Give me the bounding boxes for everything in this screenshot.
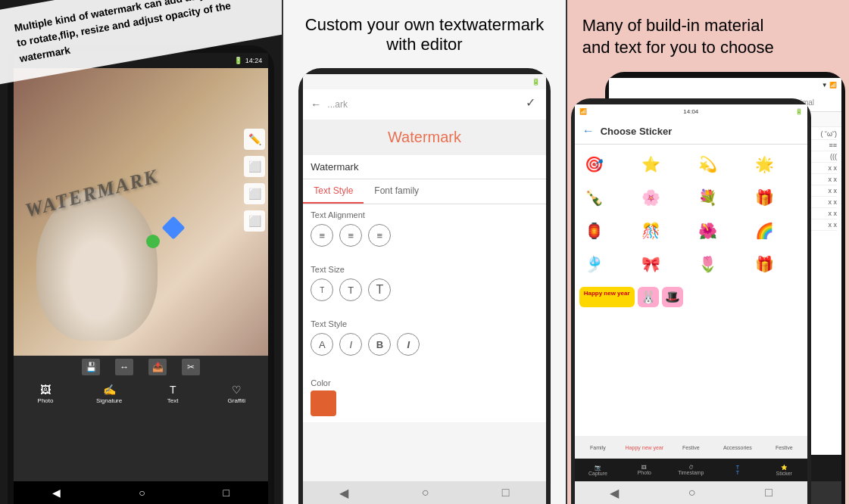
system-nav-bar-1: ◀ ○ □ [14,481,268,504]
sticker-item-9[interactable]: 🏮 [579,216,610,246]
save-button-1[interactable]: 💾 [82,359,100,375]
sticker-item-12[interactable]: 🌈 [749,216,779,246]
festive-label: Festive [682,445,700,450]
watermark-label-text: Watermark [388,129,461,145]
style-bold-italic-button[interactable]: I [397,333,420,356]
wifi-icon-back: ▼ 📶 [822,82,837,89]
tab-photo-1[interactable]: 🖼 Photo [14,384,77,404]
panel-watermark-types: Multiple kind of watermark can add as yo… [0,0,282,504]
tab-signature-1[interactable]: ✍ Signature [77,384,141,404]
phone-screen-2: 🔋 ✓ ← ...ark Watermark Watermark Text St… [303,74,545,504]
accessories-label: Accessories [723,445,752,450]
watermark-title-display: Watermark [303,120,545,155]
style-italic-button[interactable]: I [339,333,362,356]
tab-text-style[interactable]: Text Style [303,179,364,204]
rotate-handle[interactable] [146,235,160,248]
back-nav-button-1[interactable]: ◀ [52,487,61,499]
home-nav-button-1[interactable]: ○ [139,487,145,499]
graffiti-tab-icon: ♡ [232,384,242,396]
text-tab-front[interactable]: T T [714,465,760,475]
tools-panel: ✏️ ⬜ ⬜ ⬜ [244,129,265,232]
recent-nav-front[interactable]: □ [765,486,773,499]
align-right-button[interactable]: ≡ [368,224,391,247]
photo-tab-front[interactable]: 🖼 Photo [621,465,667,475]
scissors-button[interactable]: ✂ [182,359,200,375]
front-phone-screen: 📶 14:04 🔋 ← Choose Sticker 🎯 ⭐ 💫 🌟 🍾 🌸 💐… [575,104,807,504]
sticker-item-13[interactable]: 🎐 [579,249,610,279]
sticker-tab-front[interactable]: ⭐ Sticker [761,465,807,476]
timestamp-tab-front[interactable]: ⏱ Timestamp [668,465,714,475]
confirm-button-2[interactable]: ✓ [526,95,535,110]
label-festive[interactable]: Festive [668,436,714,459]
copy-tool[interactable]: ⬜ [244,156,265,177]
back-nav-button-2[interactable]: ◀ [339,486,348,500]
label-festive-2[interactable]: Festive [761,436,807,459]
back-nav-front[interactable]: ◀ [610,486,619,500]
style-normal-button[interactable]: A [311,333,333,356]
recent-nav-button-1[interactable]: □ [223,487,229,499]
sticker-title: Choose Sticker [601,126,673,137]
emoji-text: x x [828,187,837,194]
sticker-item-11[interactable]: 🌺 [692,216,723,246]
style-icons: A I B I [311,333,538,356]
home-nav-button-2[interactable]: ○ [422,486,429,499]
sticker-icon-front: ⭐ [781,465,788,471]
pink-sticker-1[interactable]: 🐰 [638,287,659,307]
happy-new-year-sticker[interactable]: Happy new year [579,287,635,307]
emoji-text: x x [828,221,837,229]
special-stickers-row: Happy new year 🐰 🎩 [575,284,807,310]
sticker-item-8[interactable]: 🎁 [749,182,779,213]
sticker-item-5[interactable]: 🍾 [579,182,610,213]
label-happy-new-year[interactable]: Happy new year [621,436,667,459]
sticker-item-16[interactable]: 🎁 [749,249,779,279]
recent-nav-button-2[interactable]: □ [502,486,510,499]
export-button-1[interactable]: 📤 [148,359,167,375]
sticker-item-6[interactable]: 🌸 [635,182,666,213]
save-options-row: 💾 ↔ 📤 ✂ [14,356,268,378]
tab-text-1[interactable]: T Text [141,384,204,404]
sticker-item-4[interactable]: 🌟 [749,149,779,179]
phone-frame-2: 🔋 ✓ ← ...ark Watermark Watermark Text St… [298,68,550,504]
front-phone-frame: 📶 14:04 🔋 ← Choose Sticker 🎯 ⭐ 💫 🌟 🍾 🌸 💐… [571,98,811,504]
sticker-item-14[interactable]: 🎀 [635,249,666,279]
capture-tab-front[interactable]: 📷 Capture [575,465,621,476]
back-arrow-2[interactable]: ← [311,98,321,110]
watermark-text-input[interactable]: Watermark [303,155,545,179]
happy-new-year-label: Happy new year [626,445,664,450]
style-bold-button[interactable]: B [368,333,391,356]
label-family[interactable]: Family [575,436,621,459]
sticker-item-2[interactable]: ⭐ [635,149,666,179]
color-picker-button[interactable] [311,390,336,416]
pink-sticker-2[interactable]: 🎩 [662,287,683,307]
bottom-tabs-front: 📷 Capture 🖼 Photo ⏱ Timestamp T T ⭐ [575,459,807,481]
stack-tool[interactable]: ⬜ [244,210,265,232]
share-button-1[interactable]: ↔ [115,359,133,375]
capture-icon-front: 📷 [595,465,601,471]
bottom-nav-tabs-1: 🖼 Photo ✍ Signature T Text ♡ Graffiti [14,378,268,409]
festive-label-2: Festive [776,445,793,450]
back-arrow-sticker[interactable]: ← [582,124,595,138]
sticker-item-3[interactable]: 💫 [692,149,723,179]
align-left-button[interactable]: ≡ [311,224,333,247]
sticker-item-10[interactable]: 🎊 [635,216,666,246]
align-tool[interactable]: ⬜ [244,183,265,204]
sticker-item-1[interactable]: 🎯 [579,149,610,179]
pencil-tool[interactable]: ✏️ [244,129,265,150]
emoji-text: ((( [830,153,837,160]
sticker-item-15[interactable]: 🌷 [692,249,723,279]
text-size-section: Text Size T T T [303,259,545,313]
top-bar-2: ← ...ark [303,89,545,120]
emoji-text: x x [828,210,837,217]
size-small-button[interactable]: T [311,278,333,301]
emoji-text: x x [828,176,837,183]
sticker-item-7[interactable]: 💐 [692,182,723,213]
label-accessories[interactable]: Accessories [714,436,760,459]
align-center-button[interactable]: ≡ [339,224,362,247]
home-nav-front[interactable]: ○ [688,486,696,499]
tab-font-family[interactable]: Font family [364,179,429,204]
size-large-button[interactable]: T [368,278,391,301]
color-section: Color [303,368,545,422]
emoji-text: x x [828,198,837,206]
tab-graffiti-1[interactable]: ♡ Graffiti [204,384,268,404]
size-medium-button[interactable]: T [339,278,362,301]
